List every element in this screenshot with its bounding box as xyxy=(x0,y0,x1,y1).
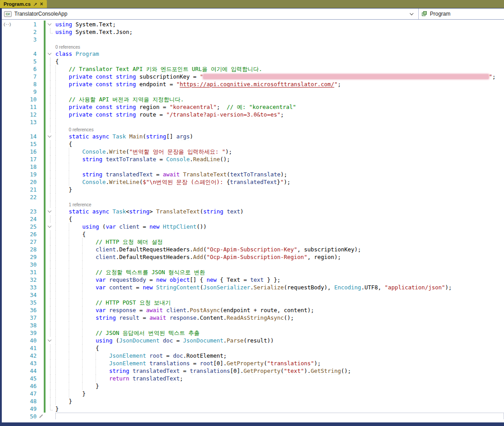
code-text[interactable]: static async Task<string> TranslateText(… xyxy=(55,208,504,215)
code-text[interactable]: var requestBody = new object[] { new { T… xyxy=(55,276,504,284)
line-number[interactable]: 15 xyxy=(12,140,37,148)
line-number[interactable]: 12 xyxy=(12,111,37,118)
fold-chevron-icon[interactable] xyxy=(48,51,51,55)
line-number[interactable]: 29 xyxy=(12,253,37,261)
codelens-references[interactable]: 0 references xyxy=(69,127,94,132)
code-text[interactable]: private const string route = "/translate… xyxy=(55,111,504,118)
code-text[interactable]: } xyxy=(55,186,504,193)
line-number[interactable]: 17 xyxy=(12,155,37,163)
line-number[interactable]: 26 xyxy=(12,230,37,238)
code-text[interactable]: // JSON 응답에서 번역된 텍스트 추출 xyxy=(55,329,504,337)
code-text[interactable]: 1 reference xyxy=(55,201,504,208)
code-text[interactable]: private const string region = "koreacent… xyxy=(55,103,504,111)
tab-program-cs[interactable]: Program.cs × xyxy=(0,0,47,8)
line-number[interactable]: 9 xyxy=(12,88,37,96)
pin-icon[interactable] xyxy=(33,2,37,6)
line-number[interactable]: 16 xyxy=(12,148,37,155)
code-text[interactable]: 0 references xyxy=(55,126,504,133)
code-text[interactable]: using System.Text.Json; xyxy=(55,28,504,36)
line-number[interactable]: 8 xyxy=(12,80,37,88)
fold-chevron-icon[interactable] xyxy=(48,209,51,213)
line-number[interactable]: 50 xyxy=(12,413,37,419)
fold-margin[interactable] xyxy=(46,50,54,58)
line-number[interactable]: 37 xyxy=(12,314,37,322)
code-text[interactable]: string textToTranslate = Console.ReadLin… xyxy=(55,155,504,163)
code-text[interactable]: { xyxy=(55,58,504,65)
line-number[interactable]: 43 xyxy=(12,359,37,367)
fold-chevron-icon[interactable] xyxy=(48,134,51,138)
line-number[interactable]: 20 xyxy=(12,178,37,186)
line-number[interactable]: 48 xyxy=(12,397,37,405)
line-number[interactable]: 46 xyxy=(12,382,37,390)
code-text[interactable]: 0 references xyxy=(55,43,504,50)
fold-chevron-icon[interactable] xyxy=(48,338,51,342)
code-text[interactable]: using System.Text; xyxy=(55,21,504,28)
code-text[interactable]: client.DefaultRequestHeaders.Add("Ocp-Ap… xyxy=(55,253,504,261)
code-text[interactable]: Console.Write("번역할 영어 문장을 입력하세요: "); xyxy=(55,148,504,155)
code-text[interactable] xyxy=(55,291,504,299)
line-number[interactable]: 18 xyxy=(12,163,37,171)
fold-margin[interactable] xyxy=(46,223,54,230)
line-number[interactable]: 32 xyxy=(12,276,37,284)
code-text[interactable]: JsonElement root = doc.RootElement; xyxy=(55,352,504,359)
line-number[interactable]: 39 xyxy=(12,329,37,337)
code-text[interactable]: using (var client = new HttpClient()) xyxy=(55,223,504,230)
line-number[interactable]: 4 xyxy=(12,50,37,58)
fold-chevron-icon[interactable] xyxy=(48,224,51,228)
code-text[interactable]: static async Task Main(string[] args) xyxy=(55,133,504,140)
code-text[interactable]: Console.WriteLine($"\n번역된 문장 (스페인어): {tr… xyxy=(55,178,504,186)
line-number[interactable]: 2 xyxy=(12,28,37,36)
code-text[interactable]: var response = await client.PostAsync(en… xyxy=(55,306,504,314)
code-text[interactable]: string translatedText = await TranslateT… xyxy=(55,171,504,178)
line-number[interactable]: 5 xyxy=(12,58,37,65)
line-number[interactable]: 10 xyxy=(12,96,37,103)
code-text[interactable] xyxy=(55,413,504,419)
line-number[interactable]: 14 xyxy=(12,133,37,140)
fold-margin[interactable] xyxy=(46,337,54,344)
line-number[interactable]: 1 xyxy=(12,21,37,28)
line-number[interactable]: 27 xyxy=(12,238,37,246)
code-text[interactable]: private const string subscriptionKey = "… xyxy=(55,73,504,80)
code-text[interactable]: } xyxy=(55,405,504,413)
code-text[interactable]: // HTTP 요청 헤더 설정 xyxy=(55,238,504,246)
chevron-down-icon[interactable] xyxy=(410,12,413,15)
line-number[interactable]: 36 xyxy=(12,306,37,314)
code-text[interactable] xyxy=(55,36,504,43)
code-text[interactable]: class Program xyxy=(55,50,504,58)
line-number[interactable]: 13 xyxy=(12,118,37,126)
code-text[interactable] xyxy=(55,118,504,126)
code-text[interactable]: { xyxy=(55,230,504,238)
line-number[interactable]: 22 xyxy=(12,193,37,201)
fold-margin[interactable] xyxy=(46,208,54,215)
code-text[interactable]: var content = new StringContent(JsonSeri… xyxy=(55,284,504,291)
code-text[interactable]: client.DefaultRequestHeaders.Add("Ocp-Ap… xyxy=(55,246,504,253)
line-number[interactable]: 42 xyxy=(12,352,37,359)
line-number[interactable]: 21 xyxy=(12,186,37,193)
code-text[interactable] xyxy=(55,88,504,96)
line-number[interactable]: 6 xyxy=(12,65,37,73)
code-text[interactable]: // 사용할 API 버전과 지역을 지정합니다. xyxy=(55,96,504,103)
line-number[interactable]: 45 xyxy=(12,375,37,382)
code-text[interactable]: { xyxy=(55,140,504,148)
line-number[interactable]: 47 xyxy=(12,390,37,397)
code-text[interactable]: } xyxy=(55,390,504,397)
code-text[interactable] xyxy=(55,193,504,201)
code-text[interactable]: return translatedText; xyxy=(55,375,504,382)
line-number[interactable]: 38 xyxy=(12,322,37,329)
fold-chevron-icon[interactable] xyxy=(48,22,51,25)
code-text[interactable]: // HTTP POST 요청 보내기 xyxy=(55,299,504,306)
line-number[interactable]: 34 xyxy=(12,291,37,299)
line-number[interactable] xyxy=(12,126,37,133)
code-text[interactable]: { xyxy=(55,344,504,352)
code-text[interactable]: // 요청할 텍스트를 JSON 형식으로 변환 xyxy=(55,268,504,276)
code-text[interactable]: } xyxy=(55,382,504,390)
code-text[interactable] xyxy=(55,322,504,329)
code-text[interactable]: private const string endpoint = "https:/… xyxy=(55,80,504,88)
code-text[interactable]: string result = await response.Content.R… xyxy=(55,314,504,322)
line-number[interactable]: 24 xyxy=(12,215,37,223)
code-text[interactable]: using (JsonDocument doc = JsonDocument.P… xyxy=(55,337,504,344)
code-text[interactable]: // Translator Text API 키와 엔드포인트 URL을 여기에… xyxy=(55,65,504,73)
line-number[interactable]: 49 xyxy=(12,405,37,413)
line-number[interactable] xyxy=(12,201,37,208)
code-text[interactable] xyxy=(55,261,504,268)
